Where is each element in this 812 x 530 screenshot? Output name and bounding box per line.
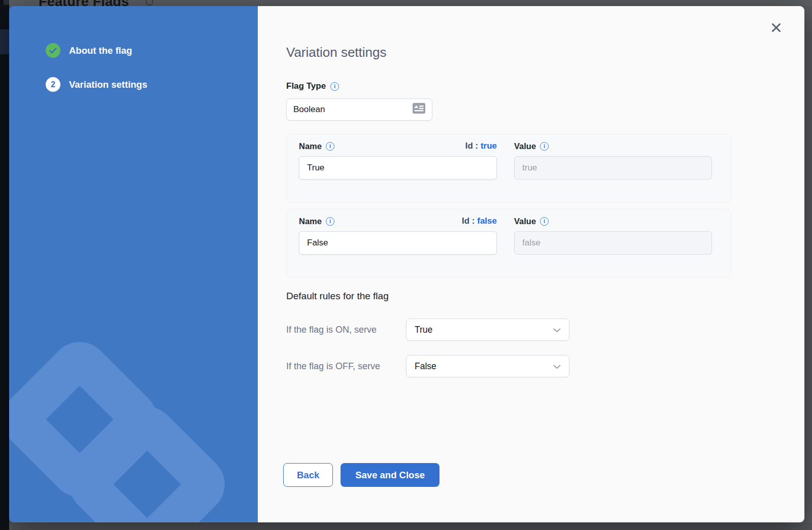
info-icon[interactable]: i [326,142,334,151]
backdrop-nav-strip [0,0,9,530]
nav-selected-item [0,29,9,54]
boolean-type-icon [413,103,425,116]
variation-card-inputs [299,156,719,180]
name-label: Name [299,142,322,151]
background-page-title: Feature Flags [39,0,129,6]
info-icon[interactable]: i [540,217,549,226]
chevron-down-icon [553,361,561,372]
variation-id-value: true [481,141,497,151]
step-completed-check-icon [46,43,60,58]
step-variation-settings[interactable]: 2 Variation settings [46,77,147,92]
rule-row-on: If the flag is ON, serve True [286,319,569,341]
backdrop-page-header: Feature Flags [0,0,812,6]
on-serve-select[interactable]: True [406,319,569,341]
create-flag-modal: About the flag 2 Variation settings Vari… [9,6,804,522]
variation-name-input[interactable] [299,231,497,255]
step-number-badge: 2 [46,77,60,92]
info-icon[interactable]: i [540,142,549,151]
modal-footer: Back Save and Close [283,463,439,487]
wizard-steps: About the flag 2 Variation settings [46,43,147,92]
close-icon[interactable] [769,20,783,34]
name-label-group: Name i Id : false [299,216,497,226]
variation-card-labels: Name i Id : false Value i [299,216,719,226]
variation-value-input[interactable] [514,231,712,255]
on-rule-label: If the flag is ON, serve [286,325,406,335]
step-label: About the flag [69,45,132,56]
variation-card-inputs [299,231,719,255]
step-label: Variation settings [69,79,147,90]
info-icon[interactable]: i [330,82,339,91]
off-rule-label: If the flag is OFF, serve [286,361,406,372]
variation-card-true: Name i Id : true Value i [286,134,731,202]
step-about-the-flag[interactable]: About the flag [46,43,147,58]
name-label-group: Name i Id : true [299,141,497,151]
off-serve-select[interactable]: False [406,355,569,377]
chevron-down-icon [553,325,561,335]
value-label: Value [514,142,536,151]
backdrop-page-bottom [0,522,812,530]
save-and-close-button[interactable]: Save and Close [341,463,439,487]
info-icon [146,0,153,6]
variation-id: Id : true [465,141,497,151]
off-serve-value: False [415,361,436,372]
variation-value-input[interactable] [514,156,712,180]
name-label: Name [299,217,322,226]
variation-card-labels: Name i Id : true Value i [299,141,719,151]
flag-type-value: Boolean [293,104,325,115]
nav-item-remnant [4,0,9,5]
on-serve-value: True [415,325,432,335]
page-title: Variation settings [286,45,387,60]
modal-step-sidebar: About the flag 2 Variation settings [9,6,258,522]
back-button[interactable]: Back [283,463,333,487]
value-label-group: Value i [514,142,549,151]
flag-type-label: Flag Type [286,81,326,91]
rule-row-off: If the flag is OFF, serve False [286,355,569,377]
modal-content: Variation settings Flag Type i Boolean [258,6,804,522]
variation-name-input[interactable] [299,156,497,180]
info-icon[interactable]: i [326,217,334,226]
flag-type-select[interactable]: Boolean [286,98,432,121]
value-label-group: Value i [514,217,549,226]
default-rules-heading: Default rules for the flag [286,291,389,302]
variation-card-false: Name i Id : false Value i [286,209,731,277]
variation-id: Id : false [462,216,497,226]
flag-type-label-row: Flag Type i [286,81,339,91]
variation-id-value: false [477,216,497,226]
value-label: Value [514,217,536,226]
